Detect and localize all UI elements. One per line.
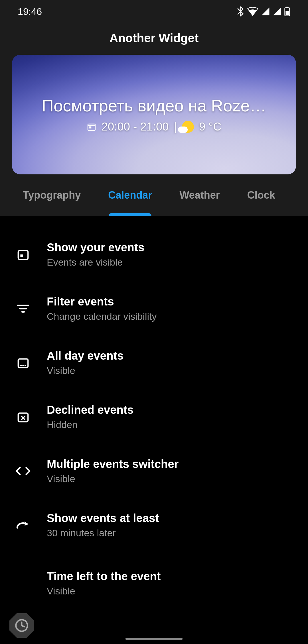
signal-1-icon bbox=[261, 7, 270, 16]
setting-title: All day events bbox=[47, 349, 293, 362]
setting-show-events[interactable]: Show your events Events are visible bbox=[0, 227, 308, 282]
widget-preview[interactable]: Посмотреть видео на Roze… 20:00 - 21:00 … bbox=[12, 55, 296, 174]
calendar-event-icon bbox=[17, 248, 30, 261]
tab-calendar[interactable]: Calendar bbox=[94, 174, 166, 216]
setting-all-day-events[interactable]: All day events Visible bbox=[0, 336, 308, 390]
status-bar: 19:46 bbox=[0, 0, 308, 23]
setting-title: Multiple events switcher bbox=[47, 458, 293, 470]
divider: | bbox=[174, 120, 177, 133]
status-icons bbox=[237, 6, 290, 17]
settings-list: Show your events Events are visible Filt… bbox=[0, 216, 308, 601]
setting-subtitle: 30 minutes later bbox=[47, 527, 293, 539]
page-title: Another Widget bbox=[0, 23, 308, 54]
svg-point-13 bbox=[25, 365, 26, 366]
setting-declined-events[interactable]: Declined events Hidden bbox=[0, 390, 308, 444]
svg-rect-4 bbox=[89, 126, 91, 128]
clock-icon[interactable] bbox=[9, 613, 34, 638]
svg-point-11 bbox=[20, 365, 22, 366]
setting-title: Declined events bbox=[47, 403, 293, 416]
preview-time: 20:00 - 21:00 bbox=[102, 120, 169, 133]
tab-label: Weather bbox=[179, 189, 220, 201]
svg-rect-2 bbox=[285, 11, 289, 15]
calendar-week-icon bbox=[17, 356, 30, 369]
signal-2-icon bbox=[273, 7, 281, 16]
setting-title: Show events at least bbox=[47, 512, 293, 525]
tab-weather[interactable]: Weather bbox=[166, 174, 233, 216]
setting-filter-events[interactable]: Filter events Change calendar visibility bbox=[0, 282, 308, 336]
svg-rect-10 bbox=[18, 359, 28, 368]
bluetooth-icon bbox=[237, 6, 244, 17]
setting-time-left[interactable]: Time left to the event Visible bbox=[0, 552, 308, 601]
preview-subline: 20:00 - 21:00 | 9 °C bbox=[87, 120, 221, 133]
setting-multiple-events-switcher[interactable]: Multiple events switcher Visible bbox=[0, 444, 308, 498]
code-icon bbox=[15, 466, 31, 476]
wifi-icon bbox=[247, 7, 258, 16]
svg-point-12 bbox=[22, 365, 24, 366]
setting-subtitle: Visible bbox=[47, 473, 293, 484]
tab-typography[interactable]: Typography bbox=[0, 174, 94, 216]
setting-subtitle: Hidden bbox=[47, 419, 293, 430]
setting-title: Show your events bbox=[47, 241, 293, 254]
svg-rect-3 bbox=[88, 124, 95, 131]
setting-subtitle: Visible bbox=[47, 586, 293, 597]
tab-label: Clock bbox=[247, 189, 275, 201]
weather-sun-icon bbox=[182, 121, 194, 133]
setting-title: Time left to the event bbox=[47, 570, 293, 583]
setting-subtitle: Visible bbox=[47, 365, 293, 376]
gesture-bar bbox=[125, 638, 183, 640]
clock-glyph bbox=[14, 618, 29, 633]
setting-show-events-at-least[interactable]: Show events at least 30 minutes later bbox=[0, 498, 308, 552]
setting-subtitle: Events are visible bbox=[47, 257, 293, 268]
tabs: Typography Calendar Weather Clock bbox=[0, 174, 308, 216]
preview-temperature: 9 °C bbox=[199, 120, 221, 133]
tab-label: Calendar bbox=[108, 189, 152, 201]
tab-clock[interactable]: Clock bbox=[234, 174, 275, 216]
tab-label: Typography bbox=[23, 189, 81, 201]
status-time: 19:46 bbox=[18, 6, 42, 17]
redo-icon bbox=[16, 520, 31, 530]
filter-icon bbox=[17, 303, 30, 314]
calendar-icon bbox=[87, 122, 96, 132]
setting-title: Filter events bbox=[47, 295, 293, 308]
setting-subtitle: Change calendar visibility bbox=[47, 311, 293, 322]
preview-event-title: Посмотреть видео на Roze… bbox=[42, 96, 266, 115]
battery-icon bbox=[284, 7, 290, 16]
svg-rect-1 bbox=[286, 7, 288, 8]
calendar-cancel-icon bbox=[17, 410, 30, 423]
svg-rect-6 bbox=[20, 254, 23, 257]
